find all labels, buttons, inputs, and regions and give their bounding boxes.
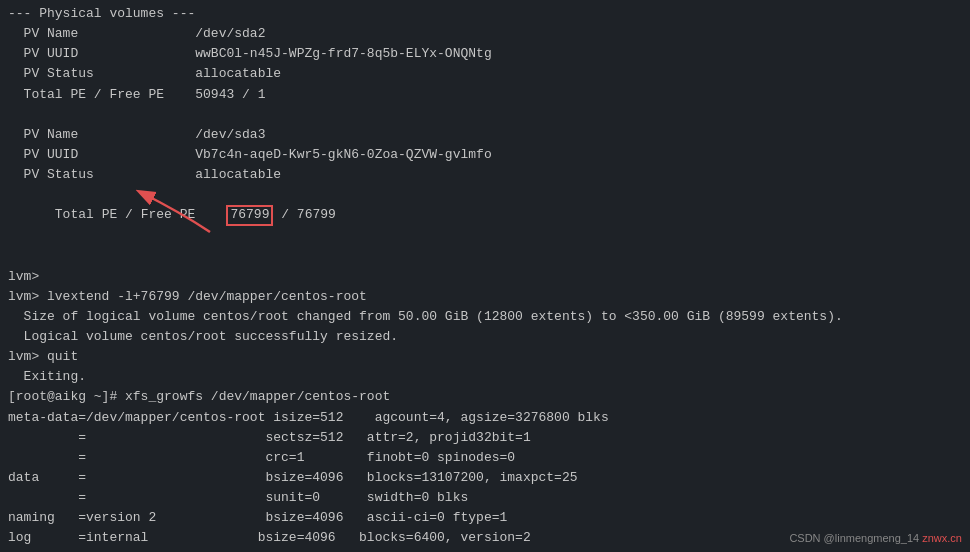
line-8: PV UUID Vb7c4n-aqeD-Kwr5-gkN6-0Zoa-QZVW-… — [8, 145, 962, 165]
line-text-18: [root@aikg ~]# xfs_growfs /dev/mapper/ce… — [8, 389, 390, 404]
highlighted-value: 76799 — [226, 205, 273, 226]
line-text-15: Logical volume centos/root successfully … — [8, 329, 398, 344]
line-9: PV Status allocatable — [8, 165, 962, 185]
line-text-10-prefix: Total PE / Free PE — [39, 207, 226, 222]
line-16: lvm> quit — [8, 347, 962, 367]
line-text-25: log =internal bsize=4096 blocks=6400, ve… — [8, 530, 531, 545]
line-text-8: PV UUID Vb7c4n-aqeD-Kwr5-gkN6-0Zoa-QZVW-… — [8, 147, 492, 162]
line-24: naming =version 2 bsize=4096 ascii-ci=0 … — [8, 508, 962, 528]
watermark-number: 14 — [907, 532, 919, 544]
terminal: --- Physical volumes --- PV Name /dev/sd… — [0, 0, 970, 552]
line-text-4: PV Status allocatable — [8, 66, 281, 81]
watermark: CSDN @linmengmeng_14 znwx.cn — [789, 532, 962, 544]
line-3: PV UUID wwBC0l-n45J-WPZg-frd7-8q5b-ELYx-… — [8, 44, 962, 64]
line-7: PV Name /dev/sda3 — [8, 125, 962, 145]
line-20: = sectsz=512 attr=2, projid32bit=1 — [8, 428, 962, 448]
line-text-2: PV Name /dev/sda2 — [8, 26, 265, 41]
line-text-16: lvm> quit — [8, 349, 78, 364]
line-text-14: Size of logical volume centos/root chang… — [8, 309, 843, 324]
line-14: Size of logical volume centos/root chang… — [8, 307, 962, 327]
line-text-21: = crc=1 finobt=0 spinodes=0 — [8, 450, 515, 465]
line-text-13: lvm> lvextend -l+76799 /dev/mapper/cento… — [8, 289, 367, 304]
line-10: Total PE / Free PE 76799 / 76799 — [8, 185, 962, 246]
line-13: lvm> lvextend -l+76799 /dev/mapper/cento… — [8, 287, 962, 307]
line-text-19: meta-data=/dev/mapper/centos-root isize=… — [8, 410, 609, 425]
line-19: meta-data=/dev/mapper/centos-root isize=… — [8, 408, 962, 428]
line-23: = sunit=0 swidth=0 blks — [8, 488, 962, 508]
line-text-23: = sunit=0 swidth=0 blks — [8, 490, 468, 505]
line-26: = sectsz=512 sunit=0 blks, lazy-count=1 — [8, 549, 962, 552]
line-22: data = bsize=4096 blocks=13107200, imaxp… — [8, 468, 962, 488]
line-text-17: Exiting. — [8, 369, 86, 384]
watermark-prefix: CSDN @linmengmeng_ — [789, 532, 907, 544]
line-text-1: --- Physical volumes --- — [8, 6, 195, 21]
line-4: PV Status allocatable — [8, 64, 962, 84]
line-15: Logical volume centos/root successfully … — [8, 327, 962, 347]
line-1: --- Physical volumes --- — [8, 4, 962, 24]
line-11 — [8, 246, 962, 266]
line-6 — [8, 105, 962, 125]
line-text-5: Total PE / Free PE 50943 / 1 — [8, 87, 265, 102]
line-text-3: PV UUID wwBC0l-n45J-WPZg-frd7-8q5b-ELYx-… — [8, 46, 492, 61]
line-text-24: naming =version 2 bsize=4096 ascii-ci=0 … — [8, 510, 507, 525]
line-text-12: lvm> — [8, 269, 39, 284]
line-21: = crc=1 finobt=0 spinodes=0 — [8, 448, 962, 468]
line-text-20: = sectsz=512 attr=2, projid32bit=1 — [8, 430, 531, 445]
line-18: [root@aikg ~]# xfs_growfs /dev/mapper/ce… — [8, 387, 962, 407]
watermark-suffix: znwx.cn — [922, 532, 962, 544]
line-text-22: data = bsize=4096 blocks=13107200, imaxp… — [8, 470, 578, 485]
line-17: Exiting. — [8, 367, 962, 387]
line-2: PV Name /dev/sda2 — [8, 24, 962, 44]
line-text-9: PV Status allocatable — [8, 167, 281, 182]
line-text-7: PV Name /dev/sda3 — [8, 127, 265, 142]
line-5: Total PE / Free PE 50943 / 1 — [8, 85, 962, 105]
line-12: lvm> — [8, 267, 962, 287]
line-text-10-suffix: / 76799 — [273, 207, 335, 222]
